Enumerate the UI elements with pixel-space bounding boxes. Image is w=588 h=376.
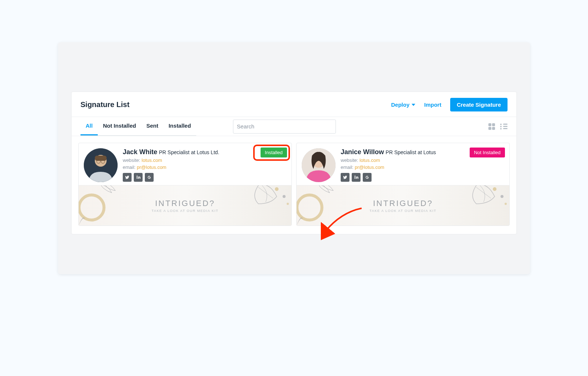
person-name: Janice Willow bbox=[341, 148, 384, 156]
grid-view-button[interactable] bbox=[488, 123, 495, 130]
page-title: Signature List bbox=[80, 100, 129, 109]
website-line: website: lotus.com bbox=[341, 157, 504, 163]
email-value: pr@lotus.com bbox=[137, 164, 166, 170]
deploy-label: Deploy bbox=[391, 102, 409, 108]
email-line: email: pr@lotus.com bbox=[123, 164, 286, 170]
email-line: email: pr@lotus.com bbox=[341, 164, 504, 170]
svg-rect-2 bbox=[95, 156, 107, 161]
deploy-dropdown[interactable]: Deploy bbox=[391, 102, 415, 108]
svg-point-7 bbox=[283, 195, 286, 198]
import-button[interactable]: Import bbox=[424, 102, 441, 108]
list-view-button[interactable] bbox=[500, 124, 508, 130]
view-toggle-group bbox=[488, 123, 508, 130]
status-badge-not-installed: Not Installed bbox=[470, 148, 505, 157]
avatar bbox=[302, 148, 336, 182]
signature-banner: INTRIGUED? TAKE A LOOK AT OUR MEDIA KIT bbox=[297, 185, 509, 226]
status-badge-installed: Installed bbox=[261, 148, 287, 157]
avatar bbox=[84, 148, 118, 182]
signature-card[interactable]: Installed Jack White PR Specialist at Lo… bbox=[78, 143, 292, 226]
website-line: website: lotus.com bbox=[123, 157, 286, 163]
website-value: lotus.com bbox=[359, 157, 380, 163]
svg-point-5 bbox=[79, 195, 104, 220]
signature-banner: INTRIGUED? TAKE A LOOK AT OUR MEDIA KIT bbox=[79, 185, 291, 226]
google-icon[interactable] bbox=[363, 173, 372, 182]
banner-decoration-left-icon bbox=[297, 185, 341, 226]
signature-card[interactable]: Not Installed Janice Willow PR Specialis… bbox=[296, 143, 510, 226]
grid-icon bbox=[488, 123, 495, 130]
person-name: Jack White bbox=[123, 148, 157, 156]
website-label: website: bbox=[123, 157, 140, 163]
card-header: Jack White PR Specialist at Lotus Ltd. w… bbox=[79, 143, 291, 185]
twitter-icon[interactable] bbox=[341, 173, 349, 182]
banner-title: INTRIGUED? bbox=[373, 199, 433, 208]
tab-sent[interactable]: Sent bbox=[141, 117, 164, 135]
toolbar-row: All Not Installed Sent Installed bbox=[72, 117, 516, 136]
banner-decoration-left-icon bbox=[79, 185, 123, 226]
google-icon[interactable] bbox=[145, 173, 154, 182]
header-actions: Deploy Import Create Signature bbox=[391, 98, 508, 111]
tab-all[interactable]: All bbox=[80, 117, 98, 135]
banner-decoration-right-icon bbox=[462, 185, 509, 226]
signature-cards-area: Installed Jack White PR Specialist at Lo… bbox=[72, 136, 516, 234]
tab-not-installed[interactable]: Not Installed bbox=[98, 117, 141, 135]
banner-title: INTRIGUED? bbox=[155, 199, 215, 208]
social-icons-row bbox=[341, 173, 504, 182]
social-icons-row bbox=[123, 173, 286, 182]
svg-point-8 bbox=[287, 203, 289, 205]
create-signature-button[interactable]: Create Signature bbox=[450, 98, 508, 111]
signature-list-panel: Signature List Deploy Import Create Sign… bbox=[72, 92, 516, 234]
search-box[interactable] bbox=[233, 120, 336, 134]
linkedin-icon[interactable] bbox=[134, 173, 143, 182]
banner-subtitle: TAKE A LOOK AT OUR MEDIA KIT bbox=[151, 209, 218, 213]
email-label: email: bbox=[341, 164, 354, 170]
email-label: email: bbox=[123, 164, 136, 170]
twitter-icon[interactable] bbox=[123, 173, 132, 182]
svg-point-12 bbox=[493, 187, 496, 191]
list-icon bbox=[500, 124, 508, 130]
avatar-person-icon bbox=[84, 148, 118, 182]
svg-point-13 bbox=[501, 195, 503, 198]
filter-tabs: All Not Installed Sent Installed bbox=[80, 117, 196, 136]
person-role: PR Specialist at Lotus Ltd. bbox=[159, 149, 219, 155]
svg-point-11 bbox=[297, 195, 322, 220]
avatar-person-icon bbox=[302, 148, 336, 182]
website-label: website: bbox=[341, 157, 358, 163]
svg-point-6 bbox=[275, 187, 279, 191]
svg-point-14 bbox=[505, 203, 507, 205]
linkedin-icon[interactable] bbox=[352, 173, 361, 182]
header-row: Signature List Deploy Import Create Sign… bbox=[72, 92, 516, 117]
website-value: lotus.com bbox=[141, 157, 162, 163]
email-value: pr@lotus.com bbox=[355, 164, 384, 170]
person-role: PR Specialist at Lotus bbox=[386, 149, 436, 155]
search-input[interactable] bbox=[237, 123, 332, 130]
banner-decoration-right-icon bbox=[244, 185, 291, 226]
chevron-down-icon bbox=[412, 104, 415, 106]
tab-installed[interactable]: Installed bbox=[164, 117, 196, 135]
banner-subtitle: TAKE A LOOK AT OUR MEDIA KIT bbox=[369, 209, 436, 213]
